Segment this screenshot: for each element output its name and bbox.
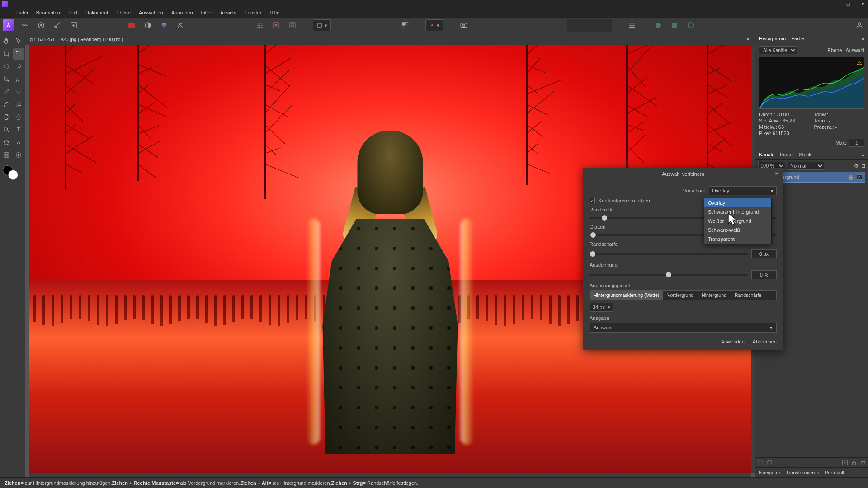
dropdown-overlay[interactable]: Overlay [704,198,771,207]
dropdown-schwarzer-hg[interactable]: Schwarzer Hintergrund [704,207,771,216]
preview-select[interactable]: Overlay▾ [709,186,777,195]
layer-gear-icon[interactable]: ⚙ [854,163,859,169]
tab-kanaele[interactable]: Kanäle [759,152,774,157]
add-mask-icon[interactable] [757,460,764,466]
dropdown-schwarz-weiss[interactable]: Schwarz-Weiß [704,225,771,235]
add-pixel-icon[interactable] [842,460,848,466]
selection-brush-tool-icon[interactable] [13,48,24,60]
lasso-tool-icon[interactable] [13,61,24,72]
apply-button[interactable]: Anwenden [721,339,745,344]
snapshot1-icon[interactable] [652,19,664,31]
menu-bearbeiten[interactable]: Bearbeiten [36,10,60,15]
persona-icon[interactable]: A [3,19,14,31]
flood-select-icon[interactable] [1,73,12,85]
seg-foreground[interactable]: Vordergrund [664,291,697,300]
autolevels-icon[interactable] [142,19,154,31]
arrange-icon[interactable] [399,19,411,31]
menu-ansicht[interactable]: Ansicht [220,10,236,15]
brush-size-input[interactable]: 34 px▾ [590,303,613,312]
brush-tool-icon[interactable] [1,86,12,98]
delete-icon[interactable] [860,460,866,466]
mesh-tool-icon[interactable] [1,149,12,161]
dropdown-weisser-hg[interactable]: Weißer Hintergrund [704,216,771,225]
output-select[interactable]: Auswahl▾ [590,323,777,333]
align-left-icon[interactable] [568,19,578,31]
quickmask-icon[interactable] [458,19,470,31]
horizontal-scrollbar[interactable] [29,473,751,477]
align-right-icon[interactable] [590,19,600,31]
align-more-icon[interactable] [601,19,611,31]
dropdown-transparent[interactable]: Transparent [704,235,771,244]
color-picker-tool-icon[interactable] [13,149,24,161]
grid-dots-icon[interactable] [254,19,266,31]
follow-edges-checkbox[interactable]: ✓ [590,198,595,203]
text-tool-icon[interactable] [13,124,24,136]
maximize-button[interactable]: □ [844,1,852,7]
pen-tool-icon[interactable] [13,73,24,85]
menu-auswaehlen[interactable]: Auswählen [139,10,163,15]
eraser-tool-icon[interactable] [1,99,12,110]
assist-dropdown[interactable]: ▾ [425,19,443,31]
close-button[interactable]: ✕ [859,1,866,7]
tab-pinsel[interactable]: Pinsel [780,152,793,157]
menu-anordnen[interactable]: Anordnen [171,10,193,15]
menu-ebene[interactable]: Ebene [116,10,131,15]
menu-fenster[interactable]: Fenster [245,10,261,15]
blend-mode-select[interactable]: Normal [788,162,824,170]
order-icon[interactable] [626,19,638,31]
tab-color[interactable]: Farbe [791,36,804,41]
expand-value[interactable]: 0 % [751,270,777,279]
menu-dokument[interactable]: Dokument [85,10,108,15]
expand-slider[interactable] [590,274,748,276]
marquee-tool-icon[interactable] [1,61,12,72]
dialog-close-icon[interactable]: ✕ [773,170,780,177]
snapshot2-icon[interactable] [669,19,680,31]
account-icon[interactable] [854,19,865,31]
hand-tool-icon[interactable] [1,35,12,47]
cancel-button[interactable]: Abbrechen [753,339,777,344]
menu-filter[interactable]: Filter [201,10,212,15]
panel-menu-icon[interactable]: ≡ [862,152,864,157]
export-persona-icon[interactable] [68,19,80,31]
move-tool-icon[interactable] [13,35,24,47]
tone-map-persona-icon[interactable] [52,19,63,31]
seg-background[interactable]: Hintergrund [698,291,730,300]
menu-text[interactable]: Text [68,10,77,15]
layer-visible-check[interactable]: ✓ [857,174,862,180]
heal-tool-icon[interactable] [1,111,12,123]
seg-matte[interactable]: Hintergrundmaskierung (Matte) [590,291,663,300]
grid-frame-icon[interactable] [287,19,298,31]
color-swatch[interactable] [1,164,24,183]
document-tab[interactable]: girl-535251_1920.jpg [Geändert] (100,0%)… [25,33,755,45]
panel-menu-icon[interactable]: ≡ [862,470,865,475]
close-tab-icon[interactable]: ✕ [744,36,751,43]
smudge-tool-icon[interactable] [13,111,24,123]
feather-value[interactable]: 0 px [751,249,777,258]
max-input[interactable] [849,139,864,147]
shape-tool-icon[interactable] [1,136,12,148]
add-adj-icon[interactable] [766,460,773,466]
tab-navigator[interactable]: Navigator [759,470,780,475]
grid-center-icon[interactable] [270,19,282,31]
autocolor-icon[interactable] [158,19,170,31]
seg-feather[interactable]: Randschärfe [731,291,765,300]
clone-tool-icon[interactable] [13,99,24,110]
hist-auswahl-button[interactable]: Auswahl [845,47,864,53]
feather-slider[interactable] [590,253,748,255]
liquify-persona-icon[interactable] [19,19,31,31]
snapshot3-icon[interactable] [685,19,697,31]
crop-tool-icon[interactable] [1,48,12,60]
layer-lock-icon[interactable]: 🔒 [848,174,854,180]
dodge-tool-icon[interactable] [1,124,12,136]
hist-ebene-button[interactable]: Ebene [828,47,842,53]
tab-protokoll[interactable]: Protokoll [825,470,844,475]
art-text-tool-icon[interactable] [13,136,24,148]
fill-tool-icon[interactable] [13,86,24,98]
tab-transform[interactable]: Transformieren [786,470,819,475]
swatch-red-icon[interactable] [126,19,137,31]
tab-stock[interactable]: Stock [799,152,811,157]
minimize-button[interactable]: — [830,1,837,7]
lock-icon[interactable] [851,460,857,466]
crop-ratio-dropdown[interactable]: ▾ [313,19,331,31]
develop-persona-icon[interactable] [35,19,47,31]
